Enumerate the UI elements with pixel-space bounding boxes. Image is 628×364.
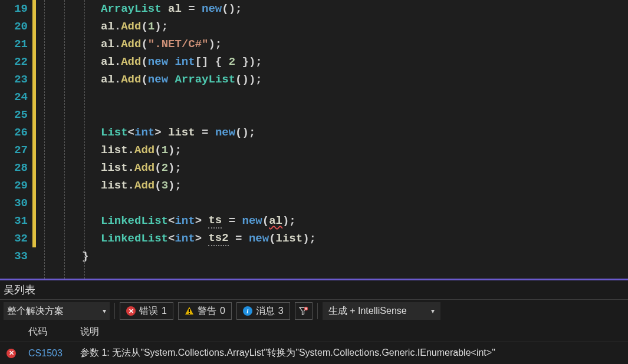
gutter-row[interactable]: 27 bbox=[0, 141, 36, 159]
code-line[interactable]: LinkedList<int> ts2 = new(list); bbox=[101, 230, 628, 247]
line-number: 30 bbox=[0, 197, 32, 210]
token-var: al bbox=[168, 2, 182, 15]
scope-label: 整个解决方案 bbox=[7, 305, 64, 317]
gutter-row[interactable]: 26 bbox=[0, 124, 36, 141]
gutter-row[interactable]: 23 bbox=[0, 71, 36, 88]
gutter: 192021222324252627282930313233 bbox=[0, 0, 36, 279]
code-line[interactable] bbox=[101, 106, 628, 124]
line-number: 27 bbox=[0, 144, 32, 157]
messages-filter-button[interactable]: i 消息 3 bbox=[236, 302, 290, 320]
code-line[interactable]: list.Add(3); bbox=[101, 177, 628, 194]
svg-rect-2 bbox=[189, 313, 190, 314]
error-description: 参数 1: 无法从"System.Collections.ArrayList"转… bbox=[80, 347, 623, 359]
separator bbox=[114, 303, 115, 319]
svg-rect-1 bbox=[189, 309, 190, 312]
code-line[interactable]: LinkedList<int> ts = new(al); bbox=[101, 212, 628, 230]
error-list-panel: 吴列表 整个解决方案 ▾ ✕ 错误 1 警告 0 i 消息 3 bbox=[0, 280, 628, 364]
errors-filter-button[interactable]: ✕ 错误 1 bbox=[120, 302, 173, 320]
line-number: 24 bbox=[0, 91, 32, 104]
gutter-row[interactable]: 32 bbox=[0, 230, 36, 247]
code-line[interactable]: ArrayList al = new(); bbox=[101, 0, 628, 18]
chevron-down-icon: ▾ bbox=[103, 307, 106, 315]
gutter-row[interactable]: 29 bbox=[0, 177, 36, 194]
clear-filter-button[interactable] bbox=[295, 302, 313, 320]
token-keyword: new bbox=[202, 2, 222, 15]
line-number: 26 bbox=[0, 126, 32, 139]
indent-guide bbox=[44, 0, 45, 279]
token-number: 1 bbox=[148, 20, 154, 33]
code-line[interactable] bbox=[101, 88, 628, 106]
code-line[interactable]: al.Add(".NET/C#"); bbox=[101, 35, 628, 53]
token-method: Add bbox=[121, 20, 141, 33]
error-list-toolbar: 整个解决方案 ▾ ✕ 错误 1 警告 0 i 消息 3 bbox=[0, 299, 628, 322]
gutter-row[interactable]: 30 bbox=[0, 194, 36, 212]
warnings-filter-button[interactable]: 警告 0 bbox=[178, 302, 232, 320]
error-code: CS1503 bbox=[28, 348, 70, 359]
token-type: ArrayList bbox=[101, 2, 162, 15]
code-line[interactable]: al.Add(new ArrayList()); bbox=[101, 71, 628, 88]
line-number: 19 bbox=[0, 2, 32, 15]
error-icon: ✕ bbox=[6, 349, 16, 358]
token-string: ".NET/C#" bbox=[148, 38, 209, 51]
code-line[interactable]: list.Add(1); bbox=[101, 141, 628, 159]
separator bbox=[317, 303, 318, 319]
line-number: 23 bbox=[0, 73, 32, 86]
info-icon: i bbox=[243, 306, 252, 316]
filter-off-icon bbox=[299, 306, 308, 316]
code-line[interactable]: } bbox=[82, 247, 628, 265]
gutter-row[interactable]: 21 bbox=[0, 35, 36, 53]
gutter-row[interactable]: 31 bbox=[0, 212, 36, 230]
gutter-row[interactable]: 33 bbox=[0, 247, 36, 265]
gutter-row[interactable]: 22 bbox=[0, 53, 36, 71]
gutter-row[interactable]: 28 bbox=[0, 159, 36, 177]
code-line[interactable]: al.Add(1); bbox=[101, 18, 628, 35]
gutter-row[interactable]: 25 bbox=[0, 106, 36, 124]
line-number: 33 bbox=[0, 250, 32, 263]
line-number: 22 bbox=[0, 55, 32, 68]
error-row[interactable]: ✕ CS1503 参数 1: 无法从"System.Collections.Ar… bbox=[0, 342, 628, 364]
code-area[interactable]: ArrayList al = new(); al.Add(1); al.Add(… bbox=[36, 0, 628, 279]
line-number: 29 bbox=[0, 179, 32, 192]
indent-guide bbox=[64, 0, 65, 279]
line-number: 20 bbox=[0, 20, 32, 33]
error-list-header[interactable]: 代码 说明 bbox=[0, 322, 628, 342]
code-line[interactable]: list.Add(2); bbox=[101, 159, 628, 177]
error-icon: ✕ bbox=[126, 306, 136, 316]
chevron-down-icon: ▾ bbox=[431, 307, 435, 315]
error-squiggle[interactable]: al bbox=[269, 214, 282, 227]
code-editor[interactable]: 192021222324252627282930313233 ArrayList… bbox=[0, 0, 628, 279]
error-list-title: 吴列表 bbox=[0, 280, 628, 299]
gutter-row[interactable]: 24 bbox=[0, 88, 36, 106]
code-line[interactable]: List<int> list = new(); bbox=[101, 124, 628, 141]
line-number: 28 bbox=[0, 161, 32, 174]
build-intellisense-dropdown[interactable]: 生成 + IntelliSense ▾ bbox=[323, 302, 440, 320]
line-number: 25 bbox=[0, 108, 32, 121]
gutter-row[interactable]: 20 bbox=[0, 18, 36, 35]
indent-guide bbox=[84, 0, 85, 279]
column-description[interactable]: 说明 bbox=[80, 326, 99, 338]
line-number: 32 bbox=[0, 232, 32, 245]
column-code[interactable]: 代码 bbox=[28, 326, 70, 338]
code-line[interactable]: al.Add(new int[] { 2 }); bbox=[101, 53, 628, 71]
line-number: 21 bbox=[0, 38, 32, 51]
scope-dropdown[interactable]: 整个解决方案 ▾ bbox=[4, 302, 110, 320]
gutter-row[interactable]: 19 bbox=[0, 0, 36, 18]
code-line[interactable] bbox=[101, 194, 628, 212]
warning-icon bbox=[185, 306, 194, 316]
line-number: 31 bbox=[0, 214, 32, 227]
